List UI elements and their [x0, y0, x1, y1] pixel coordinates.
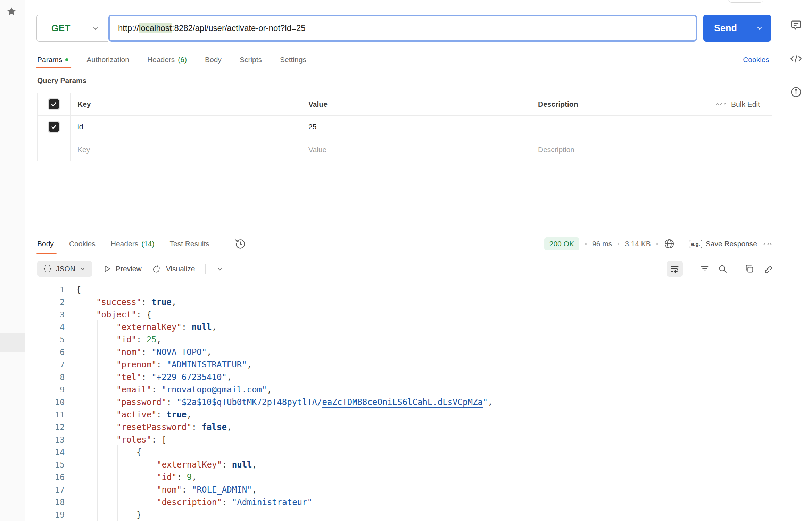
param-key-cell[interactable]: id	[70, 116, 301, 138]
response-size[interactable]: 3.14 KB	[625, 240, 651, 248]
line-number: 6	[25, 348, 71, 357]
visualize-button[interactable]: Visualize	[152, 264, 195, 274]
row-checkbox[interactable]	[49, 122, 59, 132]
info-icon[interactable]	[790, 86, 802, 98]
response-tab-body[interactable]: Body	[37, 234, 54, 254]
select-all-checkbox[interactable]	[49, 99, 59, 109]
description-placeholder-cell[interactable]: Description	[531, 138, 704, 161]
more-actions-icon[interactable]	[716, 103, 726, 105]
response-more-actions-icon[interactable]	[763, 243, 772, 245]
table-row-empty: Key Value Description	[38, 138, 772, 161]
line-number: 7	[25, 360, 71, 369]
value-placeholder-cell[interactable]: Value	[301, 138, 531, 161]
code-line: 16"id": 9,	[25, 471, 780, 483]
code-line: 17"nom": "ROLE_ADMIN",	[25, 483, 780, 496]
query-params-title: Query Params	[37, 76, 86, 85]
code-line: 15"externalKey": null,	[25, 458, 780, 471]
status-badge[interactable]: 200 OK	[544, 237, 579, 250]
send-options-button[interactable]	[748, 15, 771, 42]
line-number: 8	[25, 373, 71, 382]
app: { "request": { "method": "GET", "url": {…	[0, 0, 812, 521]
send-button[interactable]: Send	[703, 15, 771, 42]
key-placeholder-cell[interactable]: Key	[70, 138, 301, 161]
tab-settings[interactable]: Settings	[280, 51, 306, 68]
chevron-down-icon	[80, 266, 86, 272]
check-icon	[50, 101, 57, 108]
code-snippet-icon[interactable]	[790, 53, 802, 65]
code-line: 18"description": "Administrateur"	[25, 496, 780, 508]
top-toolbar-divider	[705, 0, 705, 9]
code-line: 14{	[25, 446, 780, 458]
line-number: 3	[25, 310, 71, 319]
request-tabs: Params Authorization Headers (6) Body Sc…	[37, 51, 769, 68]
response-tab-headers[interactable]: Headers (14)	[111, 234, 155, 254]
play-icon	[102, 264, 111, 273]
line-number: 5	[25, 335, 71, 344]
code-line: 10"password": "$2a$10$qTUb0tMK72pT48pytl…	[25, 396, 780, 408]
response-time[interactable]: 96 ms	[592, 240, 612, 248]
link-icon[interactable]	[763, 264, 772, 274]
tab-scripts[interactable]: Scripts	[240, 51, 262, 68]
line-number: 12	[25, 423, 71, 432]
method-select[interactable]: GET	[36, 15, 108, 42]
bulk-edit-button[interactable]: Bulk Edit	[731, 100, 760, 108]
line-number: 17	[25, 485, 71, 494]
line-number: 11	[25, 410, 71, 419]
table-header-row: Key Value Description Bulk Edit	[38, 93, 772, 116]
url-input[interactable]: http://localhost:8282/api/user/activate-…	[108, 15, 697, 42]
rail-handle[interactable]	[0, 333, 25, 352]
left-rail	[0, 0, 25, 521]
param-description-cell[interactable]	[531, 116, 704, 138]
tab-body[interactable]: Body	[205, 51, 222, 68]
column-header-value: Value	[301, 93, 531, 115]
code-line: 6"nom": "NOVA TOPO",	[25, 346, 780, 358]
wrap-text-button[interactable]	[667, 261, 683, 277]
copy-icon[interactable]	[745, 264, 754, 274]
comments-icon[interactable]	[790, 19, 802, 31]
response-tabs: Body Cookies Headers (14) Test Results 2…	[37, 234, 772, 254]
right-rail	[780, 0, 812, 521]
request-bar: GET http://localhost:8282/api/user/activ…	[36, 15, 771, 42]
line-number: 2	[25, 298, 71, 307]
response-toolbar: JSON Preview Visualize	[37, 260, 772, 277]
network-globe-icon[interactable]	[664, 238, 675, 249]
cookies-link[interactable]: Cookies	[743, 56, 769, 64]
tab-headers[interactable]: Headers (6)	[147, 51, 187, 68]
column-header-description: Description	[531, 93, 704, 115]
example-icon: e.g.	[689, 240, 702, 248]
response-section-divider	[25, 230, 780, 230]
response-history-icon[interactable]	[235, 238, 246, 249]
preview-button[interactable]: Preview	[102, 264, 142, 273]
tab-authorization[interactable]: Authorization	[86, 51, 129, 68]
check-icon	[50, 123, 57, 130]
save-response-button[interactable]: e.g. Save Response	[689, 240, 757, 248]
magic-wand-icon	[152, 264, 162, 274]
chevron-down-icon	[756, 25, 763, 32]
code-line: 8"tel": "+229 67235410",	[25, 371, 780, 383]
url-suffix: :8282/api/user/activate-or-not?id=25	[172, 23, 306, 33]
line-number: 4	[25, 323, 71, 332]
filter-icon[interactable]	[700, 264, 710, 274]
line-number: 13	[25, 435, 71, 444]
format-select[interactable]: JSON	[37, 261, 92, 277]
search-icon[interactable]	[718, 264, 728, 274]
code-line: 9"email": "rnovatopo@gmail.com",	[25, 383, 780, 396]
response-tab-test-results[interactable]: Test Results	[170, 234, 209, 254]
tab-params[interactable]: Params	[37, 51, 68, 68]
send-label[interactable]: Send	[703, 15, 748, 42]
format-label: JSON	[56, 265, 75, 273]
url-highlighted-segment: localhost	[139, 23, 172, 33]
response-tab-cookies[interactable]: Cookies	[69, 234, 96, 254]
method-label: GET	[51, 23, 92, 34]
line-number: 19	[25, 510, 71, 519]
param-value-cell[interactable]: 25	[301, 116, 531, 138]
more-views-chevron[interactable]	[216, 265, 224, 273]
line-number: 18	[25, 498, 71, 507]
table-row: id 25	[38, 116, 772, 138]
response-headers-count: (14)	[141, 240, 154, 248]
star-icon[interactable]	[6, 6, 17, 17]
response-body-code[interactable]: 1{2"success": true,3"object": {4"externa…	[25, 283, 780, 521]
code-line: 13"roles": [	[25, 433, 780, 446]
save-button-partial[interactable]	[728, 0, 763, 3]
code-line: 2"success": true,	[25, 296, 780, 308]
